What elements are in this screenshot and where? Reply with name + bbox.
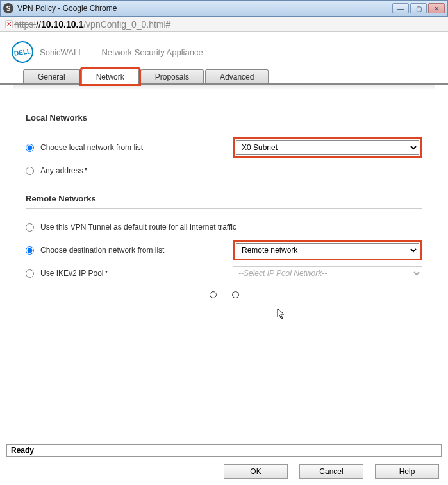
tab-panel-network: Local Networks Choose local network from…	[0, 103, 448, 298]
radio-remote-ike[interactable]	[26, 269, 34, 278]
brand-bar: DELL SonicWALL Network Security Applianc…	[0, 32, 448, 68]
cancel-button[interactable]: Cancel	[299, 464, 363, 479]
address-bar[interactable]: https: // 10.10.10.1 /vpnConfig_0_0.html…	[0, 17, 448, 32]
status-bar: Ready	[6, 444, 442, 457]
row-local-any: Any address	[26, 162, 422, 180]
row-remote-ike: Use IKEv2 IP Pool --Select IP Pool Netwo…	[26, 264, 422, 282]
brand-separator	[92, 43, 92, 61]
row-remote-default: Use this VPN Tunnel as default route for…	[26, 218, 422, 236]
row-local-list: Choose local network from list X0 Subnet	[26, 137, 422, 158]
tab-advanced[interactable]: Advanced	[205, 69, 269, 83]
url-protocol: https:	[14, 19, 36, 30]
url-host: 10.10.10.1	[41, 19, 83, 30]
section-title-local: Local Networks	[26, 103, 422, 128]
favicon-icon: S	[3, 3, 13, 13]
tab-network[interactable]: Network	[81, 69, 139, 84]
label-local-list: Choose local network from list	[40, 143, 233, 152]
window-titlebar: S VPN Policy - Google Chrome — ▢ ✕	[0, 0, 448, 17]
minimize-button[interactable]: —	[392, 3, 409, 13]
brand-subtitle: Network Security Appliance	[101, 47, 203, 57]
tab-proposals[interactable]: Proposals	[140, 69, 204, 83]
radio-local-list[interactable]	[26, 144, 34, 152]
label-remote-list: Choose destination network from list	[40, 246, 233, 255]
tab-general[interactable]: General	[23, 69, 80, 83]
row-remote-list: Choose destination network from list Rem…	[26, 240, 422, 260]
radio-remote-default[interactable]	[26, 223, 34, 232]
url-sep: //	[36, 19, 41, 30]
cursor-icon	[277, 308, 287, 323]
ok-button[interactable]: OK	[224, 464, 288, 479]
label-local-any: Any address	[40, 166, 233, 175]
brand-name: SonicWALL	[40, 47, 83, 57]
help-button[interactable]: Help	[375, 464, 439, 479]
highlight-local-select: X0 Subnet	[233, 137, 422, 158]
radio-local-any[interactable]	[26, 167, 34, 175]
select-remote-network[interactable]: Remote network	[236, 243, 419, 257]
close-button[interactable]: ✕	[428, 3, 445, 13]
pager-dot-1[interactable]	[210, 291, 217, 298]
footer-buttons: OK Cancel Help	[224, 464, 439, 479]
dell-logo-icon: DELL	[10, 40, 35, 64]
maximize-button[interactable]: ▢	[410, 3, 427, 13]
tab-shadow	[13, 85, 435, 90]
section-title-remote: Remote Networks	[26, 183, 422, 209]
label-remote-ike: Use IKEv2 IP Pool	[40, 269, 233, 278]
window-title: VPN Policy - Google Chrome	[17, 4, 391, 13]
tab-strip: General Network Proposals Advanced	[0, 68, 448, 85]
label-remote-default: Use this VPN Tunnel as default route for…	[40, 223, 422, 232]
pager	[26, 291, 422, 298]
highlight-remote-select: Remote network	[233, 240, 422, 260]
select-local-network[interactable]: X0 Subnet	[236, 140, 419, 155]
radio-remote-list[interactable]	[26, 246, 34, 255]
select-ip-pool: --Select IP Pool Network--	[233, 266, 422, 280]
url-path: /vpnConfig_0_0.html#	[83, 19, 170, 30]
pager-dot-2[interactable]	[232, 291, 239, 298]
